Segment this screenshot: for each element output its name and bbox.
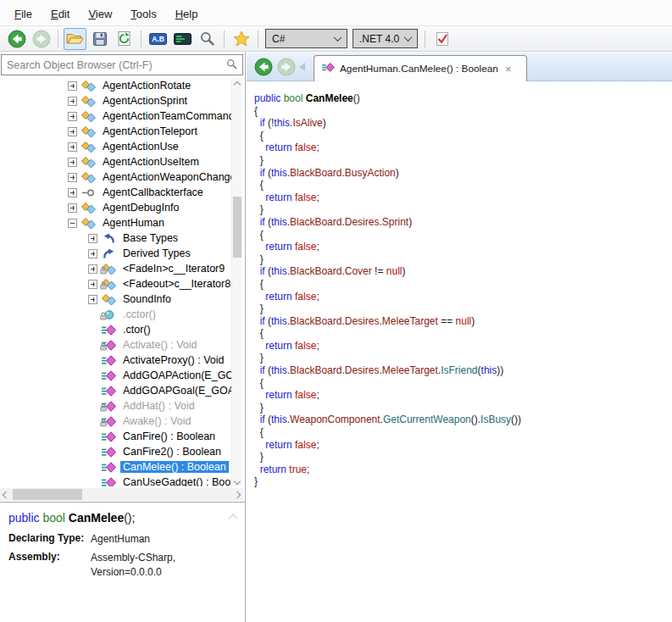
scroll-right-icon[interactable] [234,491,241,497]
tree-item-label: SoundInfo [120,293,174,305]
expand-icon[interactable] [88,264,97,274]
expand-icon[interactable] [68,97,77,106]
code-line: } [254,303,669,315]
history-forward-button[interactable] [277,58,295,75]
scroll-down-icon[interactable] [234,478,241,485]
tree-item-addhat-void[interactable]: AddHat() : Void [0,398,233,414]
expand-icon[interactable] [88,234,97,243]
bookmarks-button[interactable] [230,28,253,50]
expand-icon[interactable] [88,280,97,289]
tree-item-activateproxy-void[interactable]: ActivateProxy() : Void [0,353,233,368]
history-back-button[interactable] [254,58,272,75]
chevron-down-icon [404,33,413,42]
menu-edit[interactable]: Edit [42,4,79,24]
forward-button[interactable] [30,28,53,50]
method-icon [102,324,116,336]
expand-icon[interactable] [68,188,77,197]
tree-item-label: AddGOAPGoal(E_GOAPGoals [120,385,233,397]
toolbar-separator [258,31,258,47]
tree-item-base-types[interactable]: Base Types [0,230,233,246]
scroll-up-icon[interactable] [234,81,241,88]
back-button[interactable] [5,28,28,50]
expand-icon[interactable] [68,81,77,91]
object-browser-search[interactable] [1,54,243,75]
tree-item-label: AgentActionWeaponChange [100,171,233,183]
tree-item-canfire-boolean[interactable]: CanFire() : Boolean [0,429,233,444]
tab-canmelee[interactable]: AgentHuman.CanMelee() : Boolean × [314,55,527,81]
code-line: { [254,426,669,439]
code-line: return true; [254,464,669,476]
full-names-button[interactable]: A.B [147,28,169,50]
decompiled-code-view: public bool CanMelee(){ if (!this.IsAliv… [247,81,672,622]
expand-icon[interactable] [68,173,77,182]
tree-item-label: .cctor() [120,308,158,320]
open-file-button[interactable] [64,28,86,50]
tree-item-addgoapgoal-e-goapgoals[interactable]: AddGOAPGoal(E_GOAPGoals [0,383,233,398]
expand-icon[interactable] [68,142,77,152]
class-icon [81,125,96,138]
tree-item-agentcallbackterface[interactable]: AgentCallbackterface [0,185,233,200]
refresh-button[interactable] [113,28,136,50]
tree-item-agentactionuse[interactable]: AgentActionUse [0,139,233,154]
tree-item-soundinfo[interactable]: SoundInfo [0,292,233,307]
expand-icon[interactable] [88,295,97,304]
tree-item-derived-types[interactable]: Derived Types [0,246,233,261]
tree-item-agentdebuginfo[interactable]: AgentDebugInfo [0,200,233,215]
vertical-scroll-thumb[interactable] [233,197,242,258]
collapse-icon[interactable] [68,219,77,228]
tree-item-activate-void[interactable]: Activate() : Void [0,337,233,353]
class-icon [102,278,116,291]
tree-vertical-scrollbar[interactable] [231,78,242,486]
analyzer-check-button[interactable] [430,28,453,50]
search-input[interactable] [2,59,226,71]
tree-item-label: AgentActionRotate [100,80,193,92]
expand-icon[interactable] [88,249,97,258]
menu-help[interactable]: Help [166,4,208,24]
language-select[interactable]: C# [265,29,347,48]
tree-item-addgoapaction-e-goapact[interactable]: AddGOAPAction(E_GOAPAct [0,368,233,383]
horizontal-scroll-thumb[interactable] [13,489,82,500]
close-icon[interactable]: × [505,64,512,75]
tree-item-label: CanFire() : Boolean [120,430,218,442]
tree-item-agentactionrotate[interactable]: AgentActionRotate [0,78,233,93]
tree-item-cctor[interactable]: .cctor() [0,307,233,322]
tree-item-label: ActivateProxy() : Void [120,354,227,366]
expand-icon[interactable] [68,127,77,136]
tree-item-canmelee-boolean[interactable]: CanMelee() : Boolean [0,459,233,475]
tree-item-awake-void[interactable]: Awake() : Void [0,414,233,429]
search-icon[interactable] [226,58,237,73]
details-label: Declaring Type: [8,532,91,547]
tree-item-agenthuman[interactable]: AgentHuman [0,215,233,230]
expand-icon[interactable] [68,158,77,167]
menu-view[interactable]: View [79,4,121,24]
tree-horizontal-scrollbar[interactable] [0,488,243,501]
code-line: } [254,451,669,464]
scroll-left-icon[interactable] [3,491,9,497]
menu-file[interactable]: File [5,4,42,24]
tree-item-agentactionteamcommand[interactable]: AgentActionTeamCommand [0,108,233,124]
tree-item-ctor[interactable]: .ctor() [0,322,233,337]
tree-item-canusegadget-boolean[interactable]: CanUseGadget() : Boolean [0,475,233,486]
expand-icon[interactable] [68,112,77,121]
disassembly-button[interactable] [171,28,194,50]
tree-item-fadeout-c-iterator8[interactable]: <Fadeout>c__Iterator8 [0,276,233,292]
tree-item-canfire2-boolean[interactable]: CanFire2() : Boolean [0,444,233,459]
code-line: return false; [254,439,669,452]
code-line: return false; [254,142,669,154]
code-line: return false; [254,291,669,303]
member-declaration: public bool CanMelee(); [8,511,236,525]
tree-item-fadein-c-iterator9[interactable]: <FadeIn>c__Iterator9 [0,261,233,276]
tree-item-label: AddHat() : Void [120,400,197,412]
code-line: if (this.BlackBoard.Desires.MeleeTarget … [254,315,669,328]
framework-select[interactable]: .NET 4.0 [353,29,418,48]
expand-icon[interactable] [68,203,77,213]
tree-item-agentactionweaponchange[interactable]: AgentActionWeaponChange [0,169,233,185]
tree-item-agentactionteleport[interactable]: AgentActionTeleport [0,124,233,139]
menu-tools[interactable]: Tools [121,4,165,24]
tree-item-label: AgentDebugInfo [100,202,181,214]
tree-item-agentactionsprint[interactable]: AgentActionSprint [0,93,233,108]
search-button[interactable] [196,28,219,50]
save-button[interactable] [88,28,111,50]
tree-item-label: CanUseGadget() : Boolean [120,476,233,486]
tree-item-agentactionuseitem[interactable]: AgentActionUseItem [0,154,233,169]
